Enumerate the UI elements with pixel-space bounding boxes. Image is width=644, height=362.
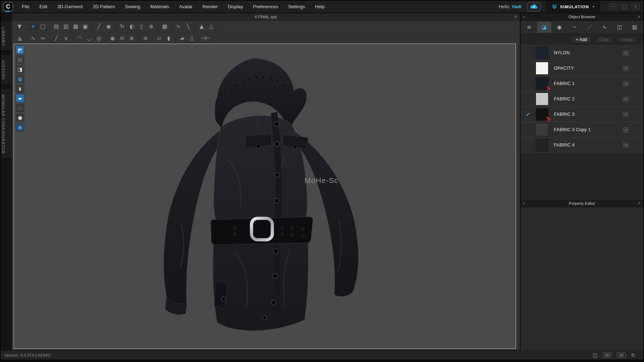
user-name[interactable]: Vadi xyxy=(512,4,522,9)
edit-sewing-icon[interactable]: ∿ xyxy=(28,34,38,43)
symmetric-edit-icon[interactable]: ⊣⊢ xyxy=(201,34,210,43)
menu-item-materials[interactable]: Materials xyxy=(145,1,174,13)
detail-sew-icon[interactable]: ◡ xyxy=(84,34,94,43)
3d-viewport[interactable]: ◩▤◨◍◗▰▱●◉ xyxy=(14,44,516,349)
select-rectangle-icon[interactable]: □ xyxy=(38,22,48,31)
fabric-row[interactable]: ✔SFABRIC 3+ xyxy=(521,107,643,122)
popout-icon[interactable]: ⇗ xyxy=(514,13,517,21)
rotate-pattern-icon[interactable]: ▦ xyxy=(71,22,80,31)
fabric-tab[interactable]: ◪ xyxy=(537,22,551,33)
save-to-library-icon[interactable]: + xyxy=(623,143,629,148)
move-pattern-icon[interactable]: ▤ xyxy=(52,22,61,31)
collapse-panel-icon[interactable]: » xyxy=(523,13,525,21)
stitch-tab[interactable]: ⋰ xyxy=(582,22,597,33)
pen-measure-icon[interactable]: ╲ xyxy=(183,22,193,31)
fabric-library-icon[interactable]: ▰ xyxy=(16,94,24,103)
turn-cylinder-icon[interactable]: ▮ xyxy=(164,34,174,43)
sidebar-tab-modular-configurator[interactable]: MODULAR CONFIGURATOR xyxy=(1,90,11,158)
cloud-sync-icon[interactable]: C xyxy=(527,2,541,11)
save-to-library-icon[interactable]: + xyxy=(623,96,629,102)
simulation-mode-selector[interactable]: SIMULATION ▾ xyxy=(546,1,600,13)
sidebar-tab-history[interactable]: HISTORY xyxy=(1,56,11,85)
multi-sew-icon[interactable]: ◎ xyxy=(94,34,104,43)
menu-item-display[interactable]: Display xyxy=(223,1,248,13)
fabric-thumbnail[interactable]: S xyxy=(536,108,548,121)
close-button[interactable]: × xyxy=(631,4,640,10)
fabric-thumbnail[interactable] xyxy=(536,62,548,75)
add-button[interactable]: + Add xyxy=(571,36,591,43)
button-tab[interactable]: ◉ xyxy=(552,22,566,33)
show-avatar-icon[interactable]: ◗ xyxy=(16,84,24,93)
trim-tab[interactable]: ▥ xyxy=(628,22,642,33)
show-garment-texture-icon[interactable]: ◨ xyxy=(16,65,24,74)
avatar-measure-icon[interactable]: ▩ xyxy=(160,22,170,31)
split-view-icon[interactable]: ◫ xyxy=(592,352,597,358)
fabric-row[interactable]: FABRIC 3 Copy 1+ xyxy=(521,122,643,138)
save-to-library-icon[interactable]: + xyxy=(623,127,629,133)
menu-item-3d-garment[interactable]: 3D Garment xyxy=(52,1,88,13)
chevron-down-icon[interactable]: ▾ xyxy=(592,5,594,9)
sewing-machine-icon[interactable]: ▣ xyxy=(80,22,90,31)
popout-icon[interactable]: ⇗ xyxy=(637,13,640,21)
view-3d-button[interactable]: 3D xyxy=(603,352,612,358)
gizmo-arrow-icon[interactable]: ▼ xyxy=(15,22,24,31)
save-to-library-icon[interactable]: + xyxy=(623,112,629,117)
puckering-tab[interactable]: ∿ xyxy=(597,22,612,33)
menu-item-render[interactable]: Render xyxy=(197,1,223,13)
transform-pattern-icon[interactable]: ▥ xyxy=(61,22,71,31)
menu-item-sewing[interactable]: Sewing xyxy=(120,1,145,13)
show-3d-garment-icon[interactable]: ◩ xyxy=(16,46,24,54)
assign-button[interactable]: Assign xyxy=(616,36,638,43)
menu-item-settings[interactable]: Settings xyxy=(283,1,310,13)
minimize-button[interactable]: − xyxy=(609,4,618,10)
sidebar-tab-library[interactable]: LIBRARY xyxy=(1,22,11,51)
walk-avatar-icon[interactable]: ◮ xyxy=(15,34,24,43)
menu-item-avatar[interactable]: Avatar xyxy=(174,1,197,13)
reset-arrangement-icon[interactable]: ↻ xyxy=(117,22,127,31)
save-to-library-icon[interactable]: + xyxy=(623,81,629,86)
restore-button[interactable]: ▢ xyxy=(620,4,629,10)
fabric-thumbnail[interactable] xyxy=(536,139,548,152)
topstitch-tab[interactable]: ─ xyxy=(567,22,581,33)
fasten-button-icon[interactable]: ⊗ xyxy=(127,34,137,43)
menu-item-preferences[interactable]: Preferences xyxy=(248,1,283,13)
dress-avatar-icon[interactable]: ⊕ xyxy=(146,22,156,31)
turn-cylinder-alt-icon[interactable]: ▯ xyxy=(187,34,197,43)
popout-icon[interactable]: ⇗ xyxy=(637,200,640,207)
show-2d-pattern-icon[interactable]: ▤ xyxy=(16,55,24,64)
fold-tab[interactable]: ◫ xyxy=(613,22,627,33)
show-environment-icon[interactable]: ◉ xyxy=(16,123,24,132)
menu-item-file[interactable]: File xyxy=(17,1,34,13)
fabric-row[interactable]: FABRIC 4+ xyxy=(521,138,643,153)
scene-list-tab[interactable]: ≡ xyxy=(522,22,536,33)
select-move-icon[interactable]: + xyxy=(28,22,38,31)
free-sewing-icon[interactable]: ╱ xyxy=(52,34,61,43)
menu-item-help[interactable]: Help xyxy=(310,1,330,13)
pin-icon[interactable]: ╱ xyxy=(94,22,104,31)
mn-sewing-icon[interactable]: ∨ xyxy=(61,34,71,43)
sew-gather-icon[interactable]: ◠ xyxy=(75,34,84,43)
fabric-thumbnail[interactable] xyxy=(536,123,548,136)
clo-logo-icon[interactable]: C xyxy=(3,2,13,12)
fabric-thumbnail[interactable]: S xyxy=(536,77,548,90)
tape-measure-icon[interactable]: ∿ xyxy=(174,22,183,31)
show-fabric-icon[interactable]: ▱ xyxy=(16,104,24,112)
open-garment-icon[interactable]: ◐ xyxy=(127,22,137,31)
fold-3d-alt-icon[interactable]: ▰ xyxy=(177,34,187,43)
refresh-icon[interactable]: ↻ xyxy=(631,352,635,358)
menu-item-edit[interactable]: Edit xyxy=(34,1,52,13)
show-head-icon[interactable]: ● xyxy=(16,113,24,122)
fit-garment-alt-icon[interactable]: △ xyxy=(206,22,216,31)
collapse-panel-icon[interactable]: » xyxy=(523,200,525,207)
fabric-row[interactable]: SFABRIC 1+ xyxy=(521,76,643,91)
buttonhole-icon[interactable]: ⊖ xyxy=(117,34,127,43)
fit-garment-icon[interactable]: ▲ xyxy=(197,22,206,31)
edit-seam-icon[interactable]: ≈ xyxy=(38,34,48,43)
fabric-row[interactable]: NYLON+ xyxy=(521,45,643,61)
save-to-library-icon[interactable]: + xyxy=(623,50,629,56)
pin-remove-icon[interactable]: ◉ xyxy=(104,22,113,31)
copy-button[interactable]: Copy xyxy=(594,36,613,43)
fold-arrangement-icon[interactable]: ▯ xyxy=(137,22,146,31)
fold-3d-icon[interactable]: ▱ xyxy=(154,34,164,43)
fabric-thumbnail[interactable] xyxy=(536,46,548,59)
